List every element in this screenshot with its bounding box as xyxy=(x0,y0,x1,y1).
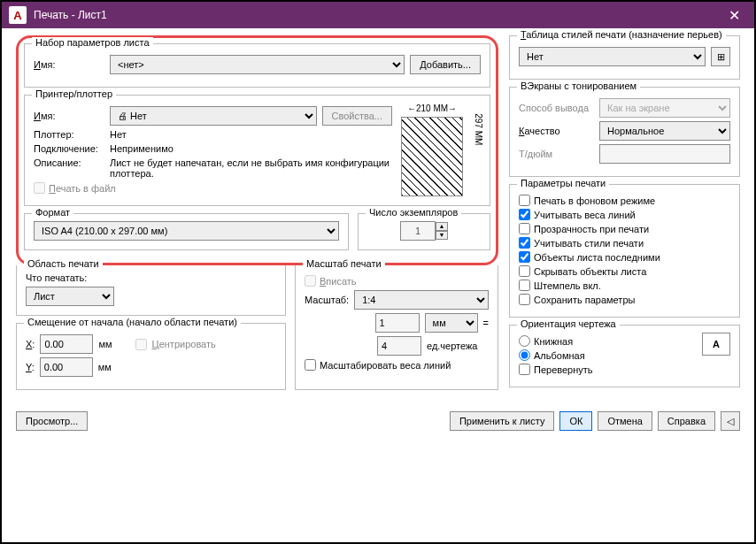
scale-fieldset: Масштаб печати Вписать Масштаб: 1:4 мм =… xyxy=(295,265,498,390)
y-label: Y: xyxy=(26,362,35,372)
description-label: Описание: xyxy=(34,157,104,168)
quality-select[interactable]: Нормальное xyxy=(599,121,730,141)
plot-style-legend: Таблица стилей печати (назначение перьев… xyxy=(517,29,726,40)
plot-style-edit-button[interactable]: ⊞ xyxy=(711,47,730,66)
offset-legend: Смещение от начала (начало области печат… xyxy=(24,317,241,327)
paperspace-label: Объекты листа последними xyxy=(534,252,660,263)
what-select[interactable]: Лист xyxy=(26,287,114,306)
plotter-label: Плоттер: xyxy=(34,129,104,140)
orientation-legend: Ориентация чертежа xyxy=(517,318,620,329)
transparency-checkbox[interactable] xyxy=(519,223,530,234)
close-button[interactable]: ✕ xyxy=(721,7,747,24)
stamp-checkbox[interactable] xyxy=(519,280,530,291)
add-button[interactable]: Добавить... xyxy=(410,55,481,74)
page-setup-legend: Набор параметров листа xyxy=(32,37,153,48)
page-setup-name-select[interactable]: <нет> xyxy=(110,55,405,74)
offset-fieldset: Смещение от начала (начало области печат… xyxy=(16,323,286,390)
y-input[interactable] xyxy=(40,357,93,377)
transparency-label: Прозрачность при печати xyxy=(534,224,649,234)
upside-checkbox[interactable] xyxy=(519,364,530,375)
page-setup-fieldset: Набор параметров листа ИИмя:мя: <нет> До… xyxy=(24,43,490,88)
hide-checkbox[interactable] xyxy=(519,265,530,277)
portrait-radio[interactable] xyxy=(519,335,530,347)
properties-button[interactable]: Свойства... xyxy=(322,106,392,126)
cancel-button[interactable]: Отмена xyxy=(598,411,652,431)
lw-checkbox[interactable] xyxy=(519,209,530,220)
paper-height-label: 297 MM xyxy=(474,113,483,145)
equals-label: = xyxy=(483,318,489,328)
dpi-input[interactable] xyxy=(599,144,730,164)
landscape-label: Альбомная xyxy=(534,350,585,361)
x-input[interactable] xyxy=(40,334,93,354)
bg-label: Печать в фоновом режиме xyxy=(534,195,655,206)
app-icon: A xyxy=(9,6,27,24)
copies-fieldset: Число экземпляров ▲ ▼ xyxy=(358,213,490,250)
save-label: Сохранить параметры xyxy=(534,295,635,305)
scale-unit-select[interactable]: мм xyxy=(425,313,478,333)
connection-value: Неприменимо xyxy=(110,143,174,154)
description-value: Лист не будет напечатан, если не выбрать… xyxy=(110,157,392,179)
shaded-legend: ВЭкраны с тонированием xyxy=(517,80,640,91)
plot-style-select[interactable]: Нет xyxy=(519,47,706,66)
window-title: Печать - Лист1 xyxy=(34,9,721,21)
titlebar: A Печать - Лист1 ✕ xyxy=(2,2,754,28)
scale-lw-checkbox[interactable] xyxy=(305,359,316,371)
what-label: Что печатать: xyxy=(26,272,276,283)
paper-preview: ←210 MM→ 297 MM xyxy=(401,117,463,196)
upside-label: Перевернуть xyxy=(534,364,593,375)
options-fieldset: Параметры печати Печать в фоновом режиме… xyxy=(509,184,740,318)
method-select[interactable]: Как на экране xyxy=(599,98,730,118)
copies-legend: Число экземпляров xyxy=(366,207,461,218)
options-legend: Параметры печати xyxy=(517,178,609,188)
y-unit: мм xyxy=(98,362,112,372)
styles-checkbox[interactable] xyxy=(519,237,530,249)
expand-button[interactable]: ◁ xyxy=(721,411,740,431)
dpi-label: Т/дюйм xyxy=(519,149,594,159)
copies-up[interactable]: ▲ xyxy=(436,222,448,231)
center-label: Центрировать xyxy=(152,339,216,349)
hide-label: Скрывать объекты листа xyxy=(534,266,646,277)
name-label: ИИмя:мя: xyxy=(34,59,104,70)
orientation-fieldset: Ориентация чертежа Книжная Альбомная Пер… xyxy=(509,325,740,387)
styles-label: Учитывать стили печати xyxy=(534,238,644,249)
orientation-icon: A xyxy=(702,333,730,356)
printer-name-select[interactable]: 🖨 Нет xyxy=(110,106,317,126)
method-label: Способ вывода xyxy=(519,103,594,113)
scale-legend: Масштаб печати xyxy=(303,258,385,269)
printer-legend: Принтер/плоттер xyxy=(32,88,116,99)
quality-label: Качество xyxy=(519,126,594,136)
connection-label: Подключение: xyxy=(34,143,104,154)
x-label: X: xyxy=(26,339,35,349)
fit-checkbox[interactable] xyxy=(305,275,316,287)
preview-button[interactable]: Просмотр... xyxy=(16,411,88,431)
paper-size-fieldset: Формат ISO A4 (210.00 x 297.00 мм) xyxy=(24,213,349,250)
save-checkbox[interactable] xyxy=(519,294,530,305)
copies-down[interactable]: ▼ xyxy=(436,231,448,240)
paper-size-legend: Формат xyxy=(32,207,73,218)
paper-width-label: ←210 MM→ xyxy=(402,103,462,113)
scale-lw-label: Масштабировать веса линий xyxy=(320,360,451,371)
printer-fieldset: Принтер/плоттер Имя: 🖨 Нет Свойства... П… xyxy=(24,95,490,206)
drawing-units-label: ед.чертежа xyxy=(427,341,489,351)
paperspace-checkbox[interactable] xyxy=(519,251,530,263)
lw-label: Учитывать веса линий xyxy=(534,210,636,220)
paper-size-select[interactable]: ISO A4 (210.00 x 297.00 мм) xyxy=(34,221,339,241)
landscape-radio[interactable] xyxy=(519,349,530,361)
scale-label: Масштаб: xyxy=(305,295,349,305)
print-to-file-checkbox[interactable] xyxy=(34,182,45,194)
copies-input[interactable] xyxy=(400,221,436,241)
plotter-value: Нет xyxy=(110,129,127,140)
print-to-file-label: Печать в файл xyxy=(49,183,116,194)
scale-select[interactable]: 1:4 xyxy=(354,290,489,310)
ok-button[interactable]: ОК xyxy=(559,411,592,431)
scale-num2-input[interactable] xyxy=(377,336,421,356)
center-checkbox[interactable] xyxy=(135,339,147,350)
button-bar: Просмотр... Применить к листу ОК Отмена … xyxy=(2,404,754,438)
apply-button[interactable]: Применить к листу xyxy=(450,411,555,431)
scale-num1-input[interactable] xyxy=(375,313,420,333)
stamp-label: Штемпель вкл. xyxy=(534,280,601,291)
bg-checkbox[interactable] xyxy=(519,195,530,206)
help-button[interactable]: Справка xyxy=(658,411,715,431)
x-unit: мм xyxy=(98,339,112,349)
shaded-fieldset: ВЭкраны с тонированием Способ вывода Как… xyxy=(509,87,740,177)
